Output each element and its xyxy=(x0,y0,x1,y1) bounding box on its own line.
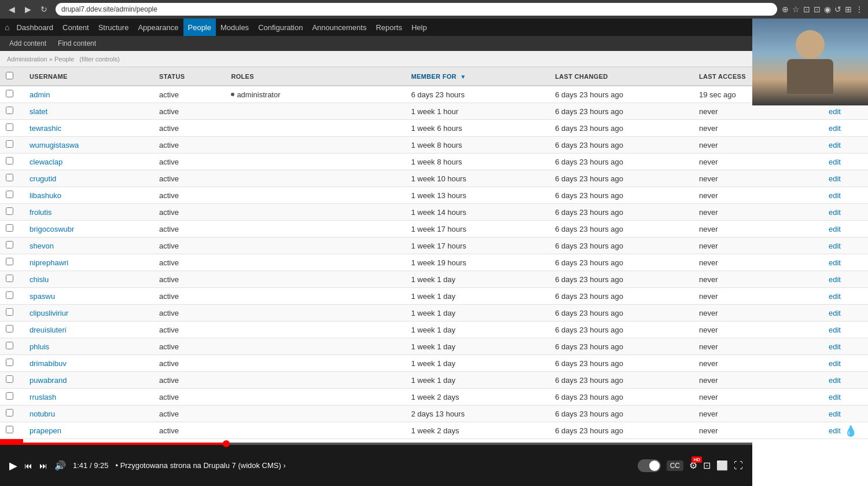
edit-link[interactable]: edit xyxy=(829,410,841,418)
username-link[interactable]: libashuko xyxy=(30,191,61,200)
row-checkbox[interactable] xyxy=(6,191,13,198)
forward-button[interactable]: ▶ xyxy=(21,2,35,16)
nav-dashboard[interactable]: Dashboard xyxy=(12,19,58,36)
username-link[interactable]: notubru xyxy=(30,410,55,418)
edit-link[interactable]: edit xyxy=(829,326,841,334)
edit-link[interactable]: edit xyxy=(829,158,841,166)
row-checkbox[interactable] xyxy=(6,241,13,249)
nav-reports[interactable]: Reports xyxy=(371,19,407,36)
back-button[interactable]: ◀ xyxy=(5,2,19,16)
username-link[interactable]: prapepen xyxy=(30,426,61,435)
roles-header[interactable]: ROLES xyxy=(225,67,405,86)
nav-help[interactable]: Help xyxy=(407,19,432,36)
nav-configuration[interactable]: Configuration xyxy=(253,19,307,36)
row-checkbox[interactable] xyxy=(6,291,13,299)
username-link[interactable]: phluis xyxy=(30,342,49,351)
nav-people[interactable]: People xyxy=(183,19,216,36)
edit-link[interactable]: edit xyxy=(829,191,841,200)
edit-link[interactable]: edit xyxy=(829,393,841,401)
miniplayer-button[interactable]: ⊡ xyxy=(703,460,711,471)
username-link[interactable]: rruslash xyxy=(30,393,56,401)
volume-button[interactable]: 🔊 xyxy=(54,460,66,471)
row-checkbox[interactable] xyxy=(6,359,13,366)
username-link[interactable]: slatet xyxy=(30,107,47,116)
video-progress-bar[interactable] xyxy=(0,443,752,445)
edit-link[interactable]: edit xyxy=(829,208,841,217)
row-checkbox[interactable] xyxy=(6,275,13,282)
row-checkbox[interactable] xyxy=(6,157,13,165)
username-link[interactable]: frolutis xyxy=(30,208,52,217)
row-checkbox[interactable] xyxy=(6,123,13,131)
edit-link[interactable]: edit xyxy=(829,292,841,301)
edit-link[interactable]: edit xyxy=(829,242,841,250)
username-link[interactable]: crugutid xyxy=(30,174,56,183)
edit-link[interactable]: edit xyxy=(829,309,841,317)
nav-content[interactable]: Content xyxy=(58,19,94,36)
reload-button[interactable]: ↻ xyxy=(37,2,51,16)
fullscreen-button[interactable]: ⛶ xyxy=(734,461,743,471)
username-link[interactable]: dreuisluteri xyxy=(30,326,67,334)
roles-cell xyxy=(225,405,405,422)
username-link[interactable]: brigocoswubr xyxy=(30,225,74,233)
menu-icon: ⋮ xyxy=(855,5,863,14)
theater-button[interactable]: ⬜ xyxy=(716,460,728,471)
row-checkbox[interactable] xyxy=(6,308,13,316)
username-link[interactable]: wumugistaswa xyxy=(30,141,79,149)
row-checkbox[interactable] xyxy=(6,426,13,433)
row-checkbox[interactable] xyxy=(6,325,13,332)
next-button[interactable]: ⏭ xyxy=(39,461,47,470)
edit-link[interactable]: edit xyxy=(829,342,841,351)
username-link[interactable]: puwabrand xyxy=(30,376,67,385)
cc-button[interactable]: CC xyxy=(667,461,683,471)
edit-link[interactable]: edit xyxy=(829,359,841,368)
row-checkbox[interactable] xyxy=(6,392,13,400)
roles-cell xyxy=(225,338,405,355)
row-checkbox[interactable] xyxy=(6,342,13,349)
username-link[interactable]: spaswu xyxy=(30,292,55,301)
row-checkbox[interactable] xyxy=(6,258,13,265)
status-header[interactable]: STATUS xyxy=(153,67,225,86)
edit-link[interactable]: edit xyxy=(829,258,841,267)
username-link[interactable]: niprephawri xyxy=(30,258,68,267)
edit-link[interactable]: edit xyxy=(829,376,841,385)
row-checkbox[interactable] xyxy=(6,207,13,215)
row-checkbox[interactable] xyxy=(6,375,13,383)
nav-modules[interactable]: Modules xyxy=(216,19,253,36)
select-all-checkbox[interactable] xyxy=(6,72,13,79)
url-bar[interactable]: drupal7.ddev.site/admin/people xyxy=(56,3,777,16)
member-for-cell: 1 week 1 day xyxy=(405,305,549,321)
ext1-icon: ⊡ xyxy=(803,5,810,14)
edit-link[interactable]: edit xyxy=(829,124,841,133)
play-button[interactable]: ▶ xyxy=(9,459,17,472)
username-link[interactable]: clewaclap xyxy=(30,158,62,166)
add-content-link[interactable]: Add content xyxy=(5,38,51,49)
autoplay-toggle[interactable] xyxy=(638,459,661,472)
username-link[interactable]: drimabibuv xyxy=(30,359,67,368)
edit-link[interactable]: edit xyxy=(829,225,841,233)
last-changed-header[interactable]: LAST CHANGED xyxy=(549,67,693,86)
username-link[interactable]: shevon xyxy=(30,242,54,250)
row-checkbox[interactable] xyxy=(6,140,13,148)
row-checkbox[interactable] xyxy=(6,409,13,416)
edit-link[interactable]: edit xyxy=(829,141,841,149)
username-link[interactable]: chislu xyxy=(30,275,49,284)
username-link[interactable]: clipusliviriur xyxy=(30,309,68,317)
edit-link[interactable]: edit xyxy=(829,275,841,284)
row-checkbox[interactable] xyxy=(6,107,13,114)
row-checkbox[interactable] xyxy=(6,174,13,181)
edit-link[interactable]: edit xyxy=(829,107,841,116)
nav-announcements[interactable]: Announcements xyxy=(307,19,371,36)
prev-button[interactable]: ⏮ xyxy=(24,461,32,470)
edit-cell: edit xyxy=(823,405,868,422)
username-link[interactable]: tewrashic xyxy=(30,124,61,133)
nav-appearance[interactable]: Appearance xyxy=(133,19,183,36)
member-for-header[interactable]: MEMBER FOR ▼ xyxy=(405,67,549,86)
username-link[interactable]: admin xyxy=(30,90,50,99)
nav-structure[interactable]: Structure xyxy=(94,19,134,36)
find-content-link[interactable]: Find content xyxy=(53,38,101,49)
username-header[interactable]: USERNAME xyxy=(24,67,153,86)
row-checkbox[interactable] xyxy=(6,90,13,97)
edit-link[interactable]: edit xyxy=(829,174,841,183)
row-checkbox[interactable] xyxy=(6,224,13,232)
settings-button[interactable]: ⚙ HD xyxy=(689,460,697,471)
